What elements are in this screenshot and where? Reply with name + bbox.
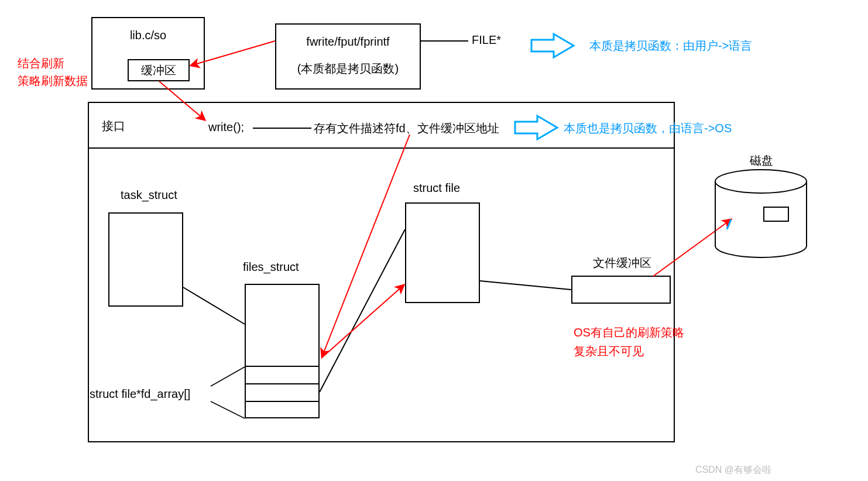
files-struct-row2 — [245, 383, 320, 384]
task-struct-label: task_struct — [121, 188, 177, 202]
note-refresh-2: 策略刷新数据 — [18, 73, 88, 89]
files-struct-label: files_struct — [243, 260, 299, 274]
file-buffer-label: 文件缓冲区 — [593, 255, 651, 271]
blue-note-2: 本质也是拷贝函数，由语言->OS — [564, 121, 732, 136]
fwrite-line2: (本质都是拷贝函数) — [297, 61, 399, 77]
disk-label: 磁盘 — [750, 153, 773, 169]
buffer-label: 缓冲区 — [141, 64, 176, 77]
write-label: write(); — [208, 121, 244, 134]
note-refresh-1: 结合刷新 — [18, 56, 64, 71]
fwrite-line1: fwrite/fput/fprintf — [306, 35, 389, 49]
buffer-box: 缓冲区 — [128, 59, 190, 81]
task-struct-box — [108, 212, 183, 307]
api-label: 接口 — [102, 118, 125, 134]
fwrite-box: fwrite/fput/fprintf (本质都是拷贝函数) — [275, 23, 421, 90]
struct-file-label: struct file — [413, 181, 460, 195]
lib-title: lib.c/so — [130, 29, 166, 42]
write-desc: 存有文件描述符fd、文件缓冲区地址 — [314, 121, 499, 136]
svg-point-13 — [715, 170, 807, 193]
files-struct-box — [245, 284, 320, 418]
disk-cylinder — [715, 170, 807, 257]
svg-rect-16 — [764, 207, 788, 221]
blue-note-1: 本质是拷贝函数：由用户->语言 — [589, 38, 752, 54]
os-note-1: OS有自己的刷新策略 — [574, 325, 684, 341]
watermark: CSDN @有够会啦 — [695, 464, 771, 476]
struct-file-box — [405, 202, 480, 303]
files-struct-row3 — [245, 401, 320, 402]
file-ptr-label: FILE* — [472, 33, 501, 47]
os-note-2: 复杂且不可见 — [574, 343, 644, 359]
files-struct-row1 — [245, 366, 320, 367]
svg-line-12 — [727, 219, 731, 229]
big-arrow-1 — [531, 34, 574, 57]
file-buffer-box — [571, 276, 671, 304]
os-header-divider — [88, 147, 675, 149]
fd-array-label: struct file*fd_array[] — [90, 387, 190, 401]
